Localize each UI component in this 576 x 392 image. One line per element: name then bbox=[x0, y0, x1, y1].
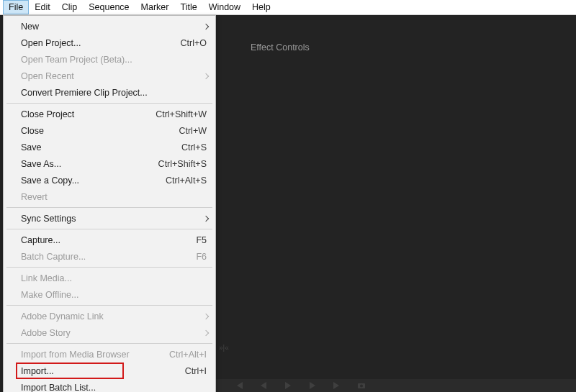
menu-item-label: Open Project... bbox=[21, 38, 172, 48]
menubar-item-edit[interactable]: Edit bbox=[29, 0, 56, 14]
menu-item-adobe-story: Adobe Story bbox=[5, 324, 214, 341]
menu-item-label: Save a Copy... bbox=[21, 176, 157, 186]
menu-item-revert: Revert bbox=[5, 188, 214, 205]
menu-separator bbox=[6, 343, 212, 344]
menu-item-save-as[interactable]: Save As...Ctrl+Shift+S bbox=[5, 155, 214, 172]
menubar-item-file[interactable]: File bbox=[3, 0, 29, 14]
menu-item-import[interactable]: Import...Ctrl+I bbox=[5, 363, 214, 379]
in-point-icon: »|« bbox=[219, 344, 229, 352]
play-icon[interactable] bbox=[284, 382, 292, 389]
menu-item-label: Import... bbox=[21, 366, 176, 376]
menu-item-label: Make Offline... bbox=[21, 290, 207, 300]
menu-item-shortcut: Ctrl+O bbox=[181, 38, 207, 48]
menu-item-open-team-project-beta: Open Team Project (Beta)... bbox=[5, 51, 214, 68]
menu-item-label: Adobe Dynamic Link bbox=[21, 311, 195, 322]
menu-item-new[interactable]: New bbox=[5, 18, 214, 35]
menu-separator bbox=[6, 305, 212, 306]
menu-separator bbox=[6, 207, 212, 208]
step-back-icon[interactable] bbox=[259, 382, 268, 389]
menu-item-batch-capture: Batch Capture...F6 bbox=[5, 248, 214, 265]
menu-item-label: Open Recent bbox=[21, 71, 195, 81]
menu-item-link-media: Link Media... bbox=[5, 270, 214, 286]
menu-item-label: Close Project bbox=[21, 109, 147, 119]
menu-item-shortcut: Ctrl+Alt+I bbox=[169, 350, 207, 360]
menu-item-label: New bbox=[21, 22, 195, 32]
menu-item-label: Open Team Project (Beta)... bbox=[21, 55, 207, 65]
chevron-right-icon bbox=[203, 313, 209, 319]
menu-item-make-offline: Make Offline... bbox=[5, 286, 214, 303]
menu-item-label: Import from Media Browser bbox=[21, 350, 161, 360]
chevron-right-icon bbox=[203, 73, 209, 78]
menu-item-shortcut: Ctrl+I bbox=[185, 366, 207, 376]
chevron-right-icon bbox=[203, 329, 209, 335]
menu-item-shortcut: Ctrl+S bbox=[181, 142, 207, 152]
go-to-in-icon[interactable] bbox=[235, 382, 243, 389]
menu-item-shortcut: Ctrl+Shift+S bbox=[158, 159, 207, 169]
menu-item-adobe-dynamic-link: Adobe Dynamic Link bbox=[5, 308, 214, 324]
menu-item-close-project[interactable]: Close ProjectCtrl+Shift+W bbox=[5, 106, 214, 122]
menu-item-shortcut: F5 bbox=[196, 235, 207, 245]
go-to-out-icon[interactable] bbox=[333, 382, 341, 389]
menubar-item-clip[interactable]: Clip bbox=[56, 0, 84, 14]
menu-item-save-a-copy[interactable]: Save a Copy...Ctrl+Alt+S bbox=[5, 172, 214, 188]
panel-tab-effect-controls[interactable]: Effect Controls bbox=[251, 42, 310, 53]
menubar: FileEditClipSequenceMarkerTitleWindowHel… bbox=[0, 0, 576, 15]
menu-item-label: Save bbox=[21, 142, 173, 152]
step-forward-icon[interactable] bbox=[308, 382, 317, 389]
menu-item-shortcut: F6 bbox=[196, 252, 207, 262]
menu-item-label: Close bbox=[21, 126, 170, 136]
menu-item-import-from-media-browser: Import from Media BrowserCtrl+Alt+I bbox=[5, 346, 214, 363]
menu-item-import-batch-list[interactable]: Import Batch List... bbox=[5, 379, 214, 392]
menu-item-open-recent: Open Recent bbox=[5, 68, 214, 84]
menu-item-capture[interactable]: Capture...F5 bbox=[5, 232, 214, 248]
menu-separator bbox=[6, 103, 212, 104]
menu-item-convert-premiere-clip-project[interactable]: Convert Premiere Clip Project... bbox=[5, 84, 214, 101]
menubar-item-title[interactable]: Title bbox=[174, 0, 202, 14]
menu-item-label: Import Batch List... bbox=[21, 383, 207, 393]
menu-item-close[interactable]: CloseCtrl+W bbox=[5, 122, 214, 139]
menu-item-shortcut: Ctrl+Alt+S bbox=[166, 176, 207, 186]
menu-separator bbox=[6, 267, 212, 268]
menubar-item-sequence[interactable]: Sequence bbox=[83, 0, 135, 14]
menu-item-label: Capture... bbox=[21, 235, 187, 245]
menubar-item-marker[interactable]: Marker bbox=[135, 0, 175, 14]
file-menu-dropdown: NewOpen Project...Ctrl+OOpen Team Projec… bbox=[3, 15, 216, 392]
menubar-item-help[interactable]: Help bbox=[246, 0, 276, 14]
menu-item-label: Save As... bbox=[21, 159, 150, 169]
menu-item-shortcut: Ctrl+W bbox=[179, 126, 207, 136]
menu-item-save[interactable]: SaveCtrl+S bbox=[5, 139, 214, 155]
chevron-right-icon bbox=[203, 215, 209, 221]
chevron-right-icon bbox=[203, 23, 209, 29]
menu-item-label: Adobe Story bbox=[21, 328, 195, 338]
menubar-item-window[interactable]: Window bbox=[203, 0, 246, 14]
menu-item-label: Batch Capture... bbox=[21, 252, 187, 262]
menu-item-label: Sync Settings bbox=[21, 214, 195, 224]
svg-point-1 bbox=[360, 385, 363, 388]
transport-bar bbox=[216, 379, 576, 392]
camera-icon[interactable] bbox=[357, 382, 366, 389]
menu-item-label: Revert bbox=[21, 192, 207, 202]
menu-item-shortcut: Ctrl+Shift+W bbox=[156, 109, 207, 119]
menu-item-label: Link Media... bbox=[21, 273, 207, 283]
menu-separator bbox=[6, 229, 212, 229]
menu-item-label: Convert Premiere Clip Project... bbox=[21, 88, 207, 98]
menu-item-open-project[interactable]: Open Project...Ctrl+O bbox=[5, 35, 214, 51]
menu-item-sync-settings[interactable]: Sync Settings bbox=[5, 210, 214, 227]
